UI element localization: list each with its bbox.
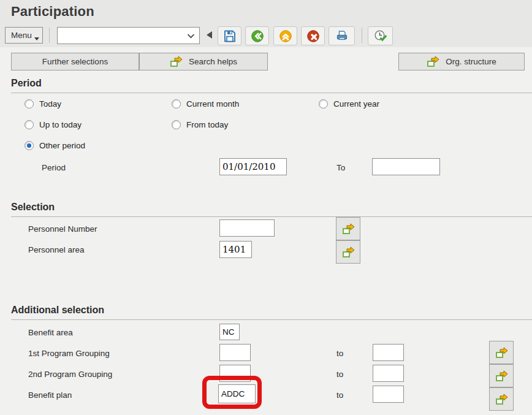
command-field [57, 27, 200, 44]
period-to-input[interactable] [372, 158, 440, 175]
menu-button-label: Menu [11, 31, 32, 40]
period-from-input[interactable] [219, 158, 287, 175]
radio-today[interactable]: Today [25, 99, 61, 109]
first-program-grouping-to-input[interactable] [373, 344, 404, 361]
menu-dropdown-icon [34, 37, 39, 40]
org-structure-button[interactable]: Org. structure [398, 53, 525, 70]
first-program-grouping-to-label: to [336, 349, 343, 358]
multiselect-arrow-icon [342, 246, 355, 258]
print-icon [335, 29, 349, 43]
section-title-period: Period [11, 78, 42, 89]
exit-button[interactable] [273, 26, 297, 45]
personnel-number-multiselect-button[interactable] [336, 217, 360, 240]
cancel-button[interactable] [301, 26, 325, 45]
radio-other-period[interactable]: Other period [25, 141, 85, 150]
org-structure-label: Org. structure [446, 57, 496, 66]
check-button[interactable] [368, 26, 393, 45]
period-to-label: To [336, 163, 345, 172]
radio-label: From today [186, 120, 228, 129]
exit-up-icon [279, 29, 292, 43]
toolbar-separator [49, 28, 50, 43]
multiselect-arrow-icon [342, 223, 355, 235]
cancel-icon [306, 29, 320, 43]
benefit-plan-label: Benefit plan [28, 390, 72, 400]
section-divider [11, 216, 532, 217]
clock-check-icon [374, 29, 387, 43]
radio-up-to-today[interactable]: Up to today [25, 120, 82, 129]
radio-label: Other period [39, 141, 85, 150]
second-program-grouping-multiselect-button[interactable] [489, 364, 514, 387]
section-title-selection: Selection [11, 202, 55, 213]
section-title-additional-selection: Additional selection [11, 305, 104, 316]
radio-label: Up to today [39, 120, 82, 129]
personnel-number-label: Personnel Number [28, 224, 97, 234]
save-icon [223, 29, 237, 43]
radio-circle[interactable] [25, 99, 34, 109]
section-divider [11, 319, 532, 320]
radio-label: Today [39, 99, 61, 109]
benefit-area-label: Benefit area [28, 328, 73, 337]
radio-label: Current month [186, 99, 239, 109]
period-field-label: Period [42, 163, 66, 172]
radio-current-month[interactable]: Current month [172, 99, 239, 109]
benefit-plan-to-label: to [336, 390, 343, 400]
personnel-area-label: Personnel area [28, 245, 85, 254]
toolbar-separator [362, 28, 362, 43]
multiselect-arrow-icon [495, 370, 508, 382]
back-button[interactable] [245, 26, 269, 45]
benefit-plan-to-input[interactable] [373, 386, 404, 403]
benefit-plan-multiselect-button[interactable] [489, 387, 514, 411]
first-program-grouping-label: 1st Program Grouping [28, 349, 110, 358]
print-button[interactable] [329, 26, 355, 45]
section-divider [11, 93, 532, 93]
multiselect-arrow-icon [495, 347, 508, 359]
radio-circle[interactable] [172, 99, 181, 109]
multiselect-arrow-icon [495, 394, 508, 405]
benefit-plan-from-input[interactable] [218, 384, 256, 403]
further-selections-label: Further selections [42, 57, 108, 66]
personnel-area-input[interactable] [219, 241, 252, 258]
radio-circle[interactable] [319, 99, 328, 109]
search-helps-label: Search helps [189, 57, 237, 66]
page-title: Participation [11, 4, 94, 20]
radio-from-today[interactable]: From today [172, 120, 228, 129]
chevron-down-icon[interactable] [187, 34, 195, 39]
search-helps-button[interactable]: Search helps [139, 53, 268, 70]
second-program-grouping-label: 2nd Program Grouping [28, 370, 112, 379]
participation-window: Participation Menu [0, 0, 532, 415]
multiselect-arrow-icon [170, 56, 183, 67]
radio-circle[interactable] [25, 141, 34, 150]
collapse-toolbar-button[interactable] [207, 31, 212, 39]
title-bar: Participation Menu [0, 0, 532, 47]
command-input[interactable] [59, 29, 184, 44]
menu-button[interactable]: Menu [5, 27, 43, 44]
radio-current-year[interactable]: Current year [319, 99, 379, 109]
back-icon [251, 29, 264, 43]
radio-circle[interactable] [25, 120, 34, 129]
further-selections-button[interactable]: Further selections [11, 53, 139, 70]
second-program-grouping-to-input[interactable] [373, 365, 404, 382]
personnel-area-multiselect-button[interactable] [336, 240, 360, 264]
first-program-grouping-from-input[interactable] [219, 344, 251, 361]
benefit-area-input[interactable] [219, 324, 240, 340]
radio-label: Current year [333, 99, 379, 109]
second-program-grouping-to-label: to [336, 370, 343, 379]
multiselect-arrow-icon [427, 56, 439, 67]
save-button[interactable] [218, 26, 241, 45]
second-program-grouping-from-input[interactable] [219, 365, 251, 382]
first-program-grouping-multiselect-button[interactable] [489, 341, 514, 364]
radio-circle[interactable] [172, 120, 181, 129]
personnel-number-input[interactable] [219, 219, 275, 237]
